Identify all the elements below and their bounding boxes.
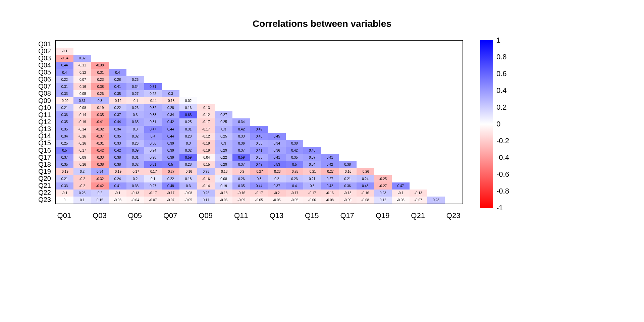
heatmap-cell: 0.51 xyxy=(144,161,162,168)
heatmap-cell: 0.47 xyxy=(144,126,162,133)
colorbar-ticks: -1-0.8-0.6-0.4-0.200.20.40.60.81 xyxy=(496,40,523,208)
heatmap-cell: -0.16 xyxy=(321,190,339,197)
heatmap-cell: 0.31 xyxy=(144,118,162,125)
x-tick-label: Q09 xyxy=(199,211,213,220)
heatmap-cell: -0.38 xyxy=(91,62,109,69)
heatmap-cell: 0.21 xyxy=(339,175,357,182)
heatmap-cell: -0.27 xyxy=(374,182,392,190)
heatmap-cell: 0.28 xyxy=(144,154,162,161)
heatmap-cell: -0.17 xyxy=(303,190,321,197)
heatmap-cell: 0.34 xyxy=(91,168,109,175)
heatmap-cell: 0.33 xyxy=(56,182,73,190)
heatmap-cell: -0.05 xyxy=(73,90,91,97)
heatmap-cell: -0.19 xyxy=(197,140,215,147)
heatmap-cell: -0.13 xyxy=(339,190,357,197)
heatmap-cell: -0.15 xyxy=(197,161,215,168)
heatmap-cell: -0.12 xyxy=(197,111,215,118)
heatmap-cell: 0.34 xyxy=(268,140,286,147)
x-tick-label: Q23 xyxy=(446,211,461,220)
heatmap-cell: 0.41 xyxy=(109,182,126,190)
heatmap-cell: 0.41 xyxy=(268,154,286,161)
colorbar-tick-label: -0.8 xyxy=(496,187,509,196)
heatmap-cell: -0.09 xyxy=(56,97,73,104)
heatmap-cell: 0.33 xyxy=(232,133,250,140)
heatmap-cell: 0.42 xyxy=(109,147,126,154)
heatmap-cell: 0.26 xyxy=(126,104,144,111)
heatmap-cell: -0.06 xyxy=(303,197,321,204)
heatmap-cell: 0.35 xyxy=(56,161,73,168)
heatmap-cell: 0.59 xyxy=(232,154,250,161)
heatmap-cell: -0.04 xyxy=(126,197,144,204)
heatmap-cell: -0.17 xyxy=(197,118,215,125)
heatmap-cell: -0.19 xyxy=(197,147,215,154)
heatmap-cell: 0.3 xyxy=(215,140,233,147)
heatmap-cell: 0.44 xyxy=(56,62,73,69)
heatmap-cell: 0.23 xyxy=(374,190,392,197)
heatmap-cell: -0.16 xyxy=(179,168,197,175)
heatmap-cell: -0.17 xyxy=(73,147,91,154)
heatmap-cell: 0.08 xyxy=(215,175,233,182)
heatmap-cell: 0.33 xyxy=(109,140,126,147)
heatmap-cell: 0.35 xyxy=(56,126,73,133)
x-tick-label: Q21 xyxy=(411,211,425,220)
heatmap-cell: 0.17 xyxy=(197,197,215,204)
heatmap-cell: -0.09 xyxy=(73,154,91,161)
heatmap-cell: -0.35 xyxy=(91,111,109,118)
heatmap-cell: 0.28 xyxy=(162,104,179,111)
heatmap-cell: 0.21 xyxy=(303,175,321,182)
y-tick-label: Q04 xyxy=(38,61,51,69)
heatmap-cell: 0.21 xyxy=(56,104,73,111)
heatmap-cell: -0.17 xyxy=(286,190,304,197)
heatmap-cell: 0.37 xyxy=(303,154,321,161)
heatmap-cell: 0.45 xyxy=(268,133,286,140)
heatmap-cell: 0.2 xyxy=(126,175,144,182)
heatmap-cell: -0.17 xyxy=(144,168,162,175)
heatmap-cell: -0.25 xyxy=(286,168,304,175)
y-tick-label: Q18 xyxy=(38,161,51,168)
y-tick-label: Q16 xyxy=(38,147,51,154)
heatmap-cell: 0.35 xyxy=(109,133,126,140)
heatmap-cell: 0.42 xyxy=(232,126,250,133)
heatmap-cell: 0.35 xyxy=(109,90,126,97)
heatmap-cell: 0.32 xyxy=(126,133,144,140)
heatmap-cell: 0.22 xyxy=(144,90,162,97)
heatmap-cell: 0.1 xyxy=(144,175,162,182)
heatmap-cell: -0.26 xyxy=(91,90,109,97)
y-tick-label: Q23 xyxy=(38,196,51,204)
heatmap-cell: 0.25 xyxy=(179,118,197,125)
heatmap-cell: 0.43 xyxy=(357,182,374,190)
colorbar-tick-label: -0.6 xyxy=(496,170,509,179)
heatmap-plot-area: -0.1-0.340.320.44-0.11-0.380.4-0.12-0.31… xyxy=(55,40,463,204)
heatmap-cell: -0.17 xyxy=(162,190,179,197)
heatmap-cell: 0.39 xyxy=(126,147,144,154)
heatmap-cell: -0.17 xyxy=(126,168,144,175)
heatmap-cell: 0.24 xyxy=(109,175,126,182)
heatmap-cell: 0.43 xyxy=(250,133,268,140)
heatmap-cell: 0.34 xyxy=(109,126,126,133)
heatmap-cell: 0.33 xyxy=(56,90,73,97)
heatmap-cell: 0.3 xyxy=(126,111,144,118)
heatmap-cell: -0.1 xyxy=(392,190,410,197)
heatmap-cell: -0.42 xyxy=(91,147,109,154)
y-tick-label: Q19 xyxy=(38,168,51,175)
heatmap-cell: -0.38 xyxy=(91,161,109,168)
heatmap-cell: -0.16 xyxy=(73,140,91,147)
heatmap-cell: 0.25 xyxy=(215,118,233,125)
heatmap-cell: 0.27 xyxy=(144,182,162,190)
x-axis-labels: Q01Q03Q05Q07Q09Q11Q13Q15Q17Q19Q21Q23 xyxy=(55,211,463,225)
heatmap-cell: -0.17 xyxy=(197,126,215,133)
heatmap-cell: 0.39 xyxy=(162,147,179,154)
heatmap-cell: -0.19 xyxy=(109,168,126,175)
heatmap-cell: 0.2 xyxy=(91,190,109,197)
heatmap-cell: -0.1 xyxy=(109,190,126,197)
heatmap-cell: 0.45 xyxy=(303,147,321,154)
heatmap-cell: -0.13 xyxy=(162,97,179,104)
heatmap-cell: -0.13 xyxy=(215,168,233,175)
y-tick-label: Q12 xyxy=(38,118,51,126)
heatmap-cell: -0.2 xyxy=(268,190,286,197)
heatmap-cell: -0.19 xyxy=(56,168,73,175)
heatmap-cell: 0.42 xyxy=(162,118,179,125)
heatmap-cell: 0.12 xyxy=(374,197,392,204)
heatmap-cell: 0.24 xyxy=(144,147,162,154)
colorbar-tick-label: -0.4 xyxy=(496,153,509,162)
